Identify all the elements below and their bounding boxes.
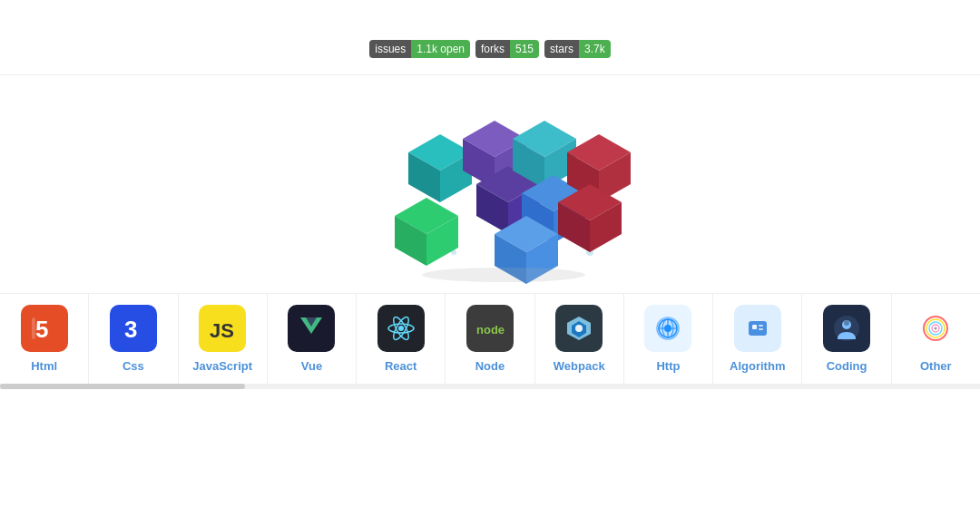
html5-icon: 5 xyxy=(21,305,68,352)
react-icon xyxy=(377,305,425,352)
category-label-algorithm: Algorithm xyxy=(730,359,785,373)
svg-rect-34 xyxy=(32,317,35,339)
category-label-react: React xyxy=(385,359,416,373)
category-label-webpack: Webpack xyxy=(554,359,605,373)
category-item-http[interactable]: Http xyxy=(624,294,713,384)
svg-point-32 xyxy=(422,268,585,282)
js-icon: JS xyxy=(199,305,246,352)
cubes-illustration xyxy=(336,93,644,284)
category-item-algorithm[interactable]: Algorithm xyxy=(713,294,802,384)
coding-icon xyxy=(823,305,870,352)
svg-rect-56 xyxy=(749,321,767,336)
category-item-other[interactable]: Other xyxy=(892,294,980,384)
page-header: issues1.1k openforks515stars3.7k xyxy=(0,0,980,75)
algorithm-icon xyxy=(734,305,781,352)
scrollbar-thumb xyxy=(0,384,245,389)
svg-rect-59 xyxy=(759,328,763,330)
scrollbar[interactable] xyxy=(0,384,980,389)
category-label-node: Node xyxy=(475,359,505,373)
category-label-coding: Coding xyxy=(827,359,867,373)
svg-rect-58 xyxy=(759,325,763,327)
svg-point-40 xyxy=(398,326,404,331)
category-label-html: Html xyxy=(31,359,57,373)
category-label-javascript: JavaScript xyxy=(192,359,252,373)
css3-icon: 3 xyxy=(110,305,157,352)
hero-section xyxy=(0,75,980,293)
svg-text:3: 3 xyxy=(124,316,137,343)
webpack-icon xyxy=(555,305,603,352)
svg-text:node: node xyxy=(476,323,505,337)
category-item-vue[interactable]: Vue xyxy=(268,294,357,384)
badge-group: issues1.1k openforks515stars3.7k xyxy=(0,40,980,58)
badge-stars: stars3.7k xyxy=(544,40,611,58)
svg-point-48 xyxy=(575,325,583,332)
vue-icon xyxy=(288,305,335,352)
badge-issues: issues1.1k open xyxy=(369,40,470,58)
svg-rect-57 xyxy=(752,325,757,329)
category-label-http: Http xyxy=(656,359,680,373)
svg-point-67 xyxy=(935,327,937,330)
categories-row: 5 Html 3 Css JS JavaScript Vue React nod… xyxy=(0,293,980,384)
category-label-css: Css xyxy=(122,359,144,373)
category-item-react[interactable]: React xyxy=(357,294,446,384)
svg-text:5: 5 xyxy=(35,316,48,343)
http-icon xyxy=(644,305,691,352)
svg-text:JS: JS xyxy=(210,319,234,342)
category-label-other: Other xyxy=(920,359,952,373)
category-item-webpack[interactable]: Webpack xyxy=(535,294,624,384)
category-item-html[interactable]: 5 Html xyxy=(0,294,89,384)
category-item-javascript[interactable]: JS JavaScript xyxy=(179,294,268,384)
category-item-node[interactable]: node Node xyxy=(446,294,534,384)
category-item-coding[interactable]: Coding xyxy=(802,294,891,384)
node-icon: node xyxy=(466,305,514,352)
badge-forks: forks515 xyxy=(475,40,539,58)
other-icon xyxy=(912,305,959,352)
svg-point-62 xyxy=(844,320,849,326)
category-label-vue: Vue xyxy=(301,359,322,373)
category-item-css[interactable]: 3 Css xyxy=(89,294,178,384)
